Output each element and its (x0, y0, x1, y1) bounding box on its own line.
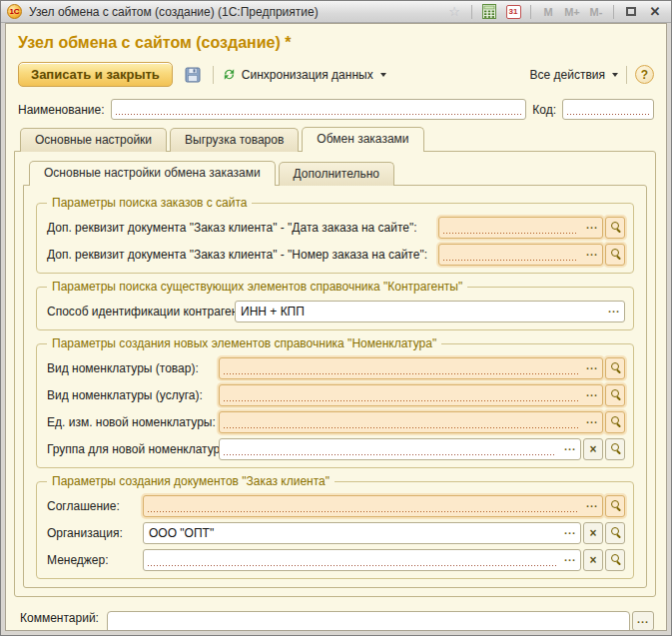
clear-button[interactable]: × (583, 438, 603, 460)
choose-button[interactable]: ... (560, 550, 580, 570)
organization-input[interactable] (144, 523, 560, 543)
calendar-icon[interactable]: 31 (503, 3, 523, 20)
open-button[interactable] (605, 411, 625, 433)
field-row: Соглашение: ... (47, 492, 625, 519)
title-bar: 1С Узел обмена с сайтом (создание) (1С:П… (1, 1, 671, 23)
magnifier-icon (610, 249, 621, 260)
titlebar-separator (613, 5, 614, 19)
toolbar: Записать и закрыть Синхронизация данных (6, 58, 666, 93)
choose-button[interactable]: ... (582, 412, 602, 432)
counterparty-id-method-input[interactable] (236, 302, 604, 321)
calculator-glyph (482, 4, 496, 19)
choose-button[interactable]: ... (582, 218, 602, 238)
field-row: Группа для новой номенклатуры: ... × (47, 435, 625, 462)
field-row: Ед. изм. новой номенклатуры: ... (47, 408, 625, 435)
nomenclature-kind-goods-input[interactable] (220, 358, 582, 378)
open-button[interactable] (605, 217, 625, 239)
field-label: Вид номенклатуры (товар): (47, 361, 219, 375)
code-input[interactable] (562, 99, 654, 120)
open-button[interactable] (605, 522, 625, 544)
name-input[interactable] (111, 99, 527, 120)
group-site-order-search: Параметры поиска заказов с сайта Доп. ре… (36, 203, 634, 274)
field-row: Вид номенклатуры (услуга): ... (47, 381, 625, 408)
window-title: Узел обмена с сайтом (создание) (1С:Пред… (29, 5, 444, 19)
choose-button[interactable]: ... (582, 496, 602, 516)
choose-button[interactable]: ... (582, 358, 602, 378)
magnifier-icon (610, 416, 621, 427)
field-label: Соглашение: (47, 499, 143, 513)
new-nomenclature-group-input[interactable] (220, 439, 560, 459)
data-sync-menu[interactable]: Синхронизация данных (222, 67, 386, 82)
agreement-input[interactable] (144, 496, 582, 516)
open-button[interactable] (605, 384, 625, 406)
field-row: Вид номенклатуры (товар): ... (47, 354, 625, 381)
memory-add-button[interactable]: M+ (562, 3, 582, 20)
tab-main-settings[interactable]: Основные настройки (20, 128, 167, 152)
bookmark-icon[interactable]: ☆ (444, 3, 464, 20)
maximize-icon (626, 7, 636, 16)
field-label: Организация: (47, 526, 143, 540)
inner-tabs: Основные настройки обмена заказами Допол… (23, 160, 647, 185)
choose-button[interactable]: ... (560, 523, 580, 543)
comment-label: Комментарий: (20, 611, 99, 625)
page-title: Узел обмена с сайтом (создание) * (6, 32, 666, 58)
choose-button[interactable]: ... (582, 245, 602, 265)
field-row: Доп. реквизит документа "Заказ клиента" … (47, 241, 625, 268)
field-row: Способ идентификации контрагентов: ... (47, 298, 625, 324)
chevron-down-icon (612, 73, 618, 77)
save-and-close-button[interactable]: Записать и закрыть (18, 62, 173, 87)
field-label: Менеджер: (47, 553, 143, 567)
save-button[interactable] (181, 64, 205, 86)
calculator-icon[interactable] (479, 3, 499, 20)
tab-order-exchange[interactable]: Обмен заказами (302, 127, 423, 152)
new-nomenclature-unit-input[interactable] (220, 412, 582, 432)
open-button[interactable] (605, 438, 625, 460)
order-number-attr-input[interactable] (439, 245, 582, 265)
toolbar-separator (213, 66, 214, 84)
name-code-row: Наименование: Код: (6, 93, 666, 124)
order-date-attr-input[interactable] (439, 218, 582, 238)
outer-tabs: Основные настройки Выгрузка товаров Обме… (6, 124, 666, 151)
manager-input[interactable] (144, 550, 560, 570)
open-button[interactable] (605, 357, 625, 379)
choose-button[interactable]: ... (560, 439, 580, 459)
close-button[interactable]: ✕ (645, 3, 665, 20)
magnifier-icon (610, 527, 621, 538)
tab-additional[interactable]: Дополнительно (279, 162, 394, 186)
tab-order-exchange-main[interactable]: Основные настройки обмена заказами (29, 161, 276, 186)
open-button[interactable] (605, 244, 625, 266)
nomenclature-kind-service-input[interactable] (220, 385, 582, 405)
group-title: Параметры создания новых элементов справ… (47, 336, 441, 350)
clear-icon: × (589, 553, 596, 567)
order-exchange-main-panel: Параметры поиска заказов с сайта Доп. ре… (23, 185, 647, 588)
magnifier-icon (610, 362, 621, 373)
comment-expand-button[interactable]: ... (632, 611, 654, 631)
maximize-button[interactable] (621, 3, 641, 20)
help-button[interactable]: ? (635, 65, 654, 84)
magnifier-icon (610, 443, 621, 454)
field-label: Ед. изм. новой номенклатуры: (47, 415, 219, 429)
floppy-icon (185, 67, 201, 83)
titlebar-separator (471, 5, 472, 19)
field-label: Доп. реквизит документа "Заказ клиента" … (47, 248, 438, 262)
calendar-day: 31 (506, 5, 521, 19)
close-icon: ✕ (650, 4, 661, 19)
group-counterparty-search: Параметры поиска существующих элементов … (36, 287, 634, 330)
memory-recall-button[interactable]: M (538, 3, 558, 20)
clear-icon: × (589, 442, 596, 456)
open-button[interactable] (605, 549, 625, 571)
app-window: 1С Узел обмена с сайтом (создание) (1С:П… (0, 0, 672, 636)
choose-button[interactable]: ... (582, 385, 602, 405)
memory-subtract-button[interactable]: M- (586, 3, 606, 20)
open-button[interactable] (605, 495, 625, 517)
all-actions-label: Все действия (530, 68, 605, 82)
clear-button[interactable]: × (583, 549, 603, 571)
comment-textarea[interactable] (107, 611, 630, 631)
clear-button[interactable]: × (583, 522, 603, 544)
group-nomenclature-creation: Параметры создания новых элементов справ… (36, 343, 634, 468)
choose-button[interactable]: ... (604, 302, 624, 321)
code-label: Код: (532, 103, 556, 117)
all-actions-menu[interactable]: Все действия (530, 68, 618, 82)
tab-goods-upload[interactable]: Выгрузка товаров (170, 128, 299, 152)
comment-row: Комментарий: ... (6, 597, 666, 631)
